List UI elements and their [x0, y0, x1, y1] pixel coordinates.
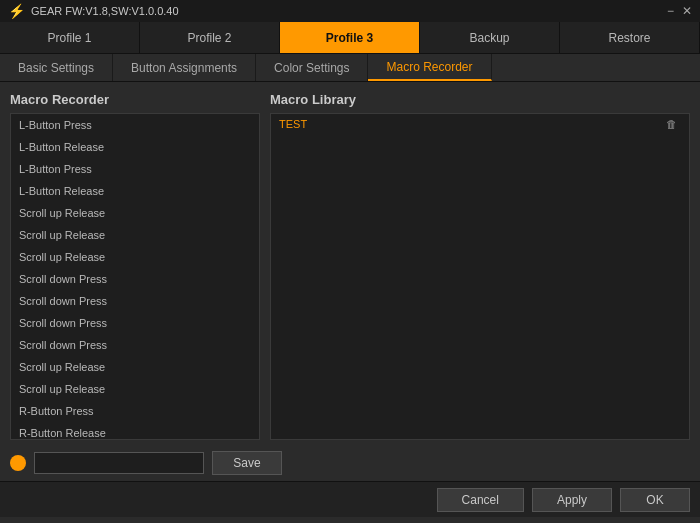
apply-button[interactable]: Apply	[532, 488, 612, 512]
macro-list-container[interactable]: L-Button PressL-Button ReleaseL-Button P…	[10, 113, 260, 440]
titlebar-title: GEAR FW:V1.8,SW:V1.0.0.40	[31, 5, 179, 17]
tab-button-assignments[interactable]: Button Assignments	[113, 54, 256, 81]
sub-tabs: Basic Settings Button Assignments Color …	[0, 54, 700, 82]
macro-recorder-panel: Macro Recorder L-Button PressL-Button Re…	[10, 92, 260, 440]
macro-library-title: Macro Library	[270, 92, 690, 107]
profile-tab-1[interactable]: Profile 1	[0, 22, 140, 53]
macro-item[interactable]: Scroll up Release	[11, 378, 259, 400]
profile-tab-backup[interactable]: Backup	[420, 22, 560, 53]
macro-item[interactable]: R-Button Release	[11, 422, 259, 440]
bottom-bar: Cancel Apply OK	[0, 481, 700, 517]
macro-item[interactable]: L-Button Release	[11, 180, 259, 202]
logo-icon: ⚡	[8, 3, 25, 19]
profile-tabs: Profile 1 Profile 2 Profile 3 Backup Res…	[0, 22, 700, 54]
macro-item[interactable]: L-Button Press	[11, 114, 259, 136]
macro-item[interactable]: L-Button Release	[11, 136, 259, 158]
record-indicator	[10, 455, 26, 471]
tab-color-settings[interactable]: Color Settings	[256, 54, 368, 81]
macro-item[interactable]: Scroll down Press	[11, 268, 259, 290]
macro-item[interactable]: Scroll up Release	[11, 356, 259, 378]
save-button[interactable]: Save	[212, 451, 282, 475]
macro-item[interactable]: R-Button Press	[11, 400, 259, 422]
close-button[interactable]: ✕	[682, 4, 692, 18]
tab-basic-settings[interactable]: Basic Settings	[0, 54, 113, 81]
macro-item[interactable]: Scroll down Press	[11, 312, 259, 334]
macro-recorder-title: Macro Recorder	[10, 92, 260, 107]
titlebar-left: ⚡ GEAR FW:V1.8,SW:V1.0.0.40	[8, 3, 179, 19]
main-content: Macro Recorder L-Button PressL-Button Re…	[0, 82, 700, 445]
titlebar: ⚡ GEAR FW:V1.8,SW:V1.0.0.40 − ✕	[0, 0, 700, 22]
macro-library-panel: Macro Library TEST🗑	[270, 92, 690, 440]
macro-item[interactable]: Scroll up Release	[11, 246, 259, 268]
tab-macro-recorder[interactable]: Macro Recorder	[368, 54, 491, 81]
macro-library-container[interactable]: TEST🗑	[270, 113, 690, 440]
macro-name-input[interactable]	[34, 452, 204, 474]
profile-tab-2[interactable]: Profile 2	[140, 22, 280, 53]
macro-item[interactable]: L-Button Press	[11, 158, 259, 180]
minimize-button[interactable]: −	[667, 4, 674, 18]
library-item-delete-icon[interactable]: 🗑	[662, 118, 681, 130]
profile-tab-restore[interactable]: Restore	[560, 22, 700, 53]
macro-item[interactable]: Scroll up Release	[11, 202, 259, 224]
macro-item[interactable]: Scroll down Press	[11, 290, 259, 312]
library-item-name: TEST	[279, 118, 307, 130]
profile-tab-3[interactable]: Profile 3	[280, 22, 420, 53]
macro-item[interactable]: Scroll up Release	[11, 224, 259, 246]
titlebar-controls: − ✕	[667, 4, 692, 18]
library-item[interactable]: TEST🗑	[271, 114, 689, 134]
macro-item[interactable]: Scroll down Press	[11, 334, 259, 356]
ok-button[interactable]: OK	[620, 488, 690, 512]
cancel-button[interactable]: Cancel	[437, 488, 524, 512]
name-input-row: Save	[0, 445, 700, 481]
